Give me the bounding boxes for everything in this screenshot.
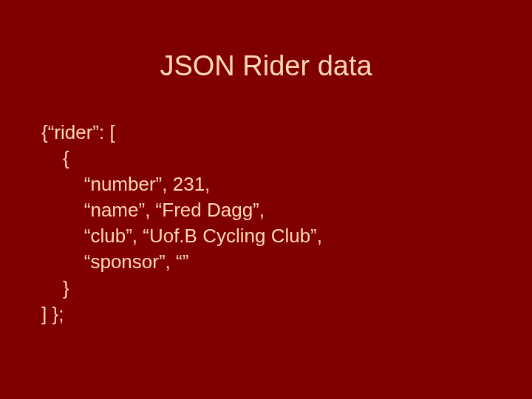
code-line: “number”, 231, xyxy=(41,171,322,197)
slide: JSON Rider data {“rider”: [ { “number”, … xyxy=(0,0,532,399)
code-line: “sponsor”, “” xyxy=(41,249,322,275)
code-line: ] }; xyxy=(41,301,322,327)
slide-title: JSON Rider data xyxy=(0,50,532,82)
code-line: { xyxy=(41,146,322,171)
code-block: {“rider”: [ { “number”, 231, “name”, “Fr… xyxy=(41,120,322,327)
code-line: {“rider”: [ xyxy=(41,120,322,146)
code-line: “club”, “Uof.B Cycling Club”, xyxy=(41,223,322,249)
code-line: } xyxy=(41,276,322,301)
code-line: “name”, “Fred Dagg”, xyxy=(41,197,322,223)
